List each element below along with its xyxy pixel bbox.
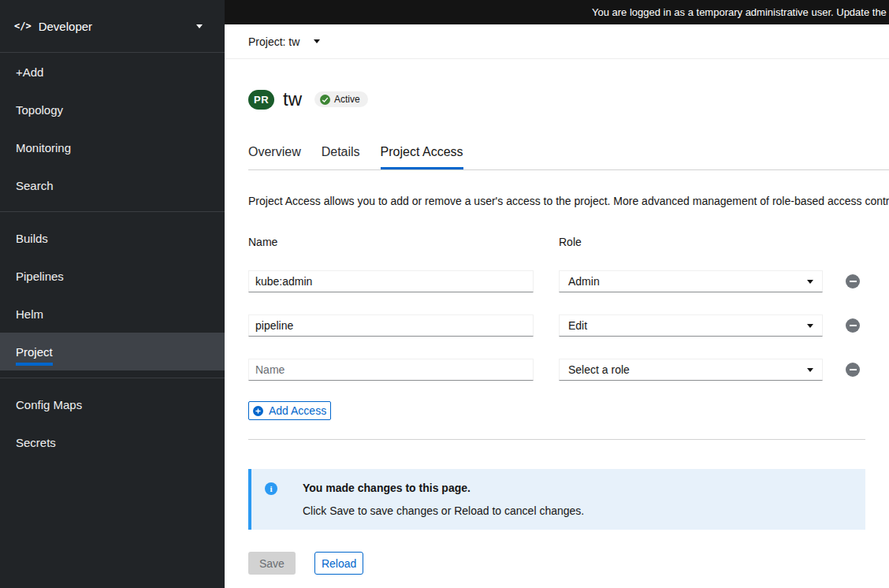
name-input[interactable] bbox=[248, 359, 534, 381]
check-circle-icon bbox=[320, 95, 330, 105]
tab-bar: Overview Details Project Access bbox=[248, 145, 889, 170]
alert-title: You made changes to this page. bbox=[303, 482, 584, 494]
remove-access-button[interactable] bbox=[846, 318, 860, 333]
role-select[interactable]: Edit bbox=[559, 314, 823, 337]
name-input[interactable] bbox=[248, 270, 534, 292]
status-badge: Active bbox=[314, 91, 368, 107]
minus-icon bbox=[850, 281, 857, 282]
alert-body: You made changes to this page. Click Sav… bbox=[303, 482, 584, 517]
page-header: PR tw Active bbox=[248, 88, 889, 110]
sidebar-item-project[interactable]: Project bbox=[0, 333, 225, 370]
code-icon: </> bbox=[14, 20, 32, 32]
name-column-label: Name bbox=[248, 236, 559, 248]
role-select[interactable]: Admin bbox=[559, 270, 823, 292]
main-area: You are logged in as a temporary adminis… bbox=[225, 0, 889, 588]
sidebar: </> Developer +Add Topology Monitoring S… bbox=[0, 0, 225, 588]
section-divider bbox=[248, 439, 865, 440]
access-row: Select a role bbox=[248, 359, 889, 381]
perspective-label: Developer bbox=[39, 20, 92, 33]
project-access-description: Project Access allows you to add or remo… bbox=[248, 195, 889, 207]
project-resource-badge: PR bbox=[248, 90, 274, 110]
sidebar-item-add[interactable]: +Add bbox=[0, 53, 225, 91]
nav-divider bbox=[0, 378, 225, 378]
nav-divider bbox=[0, 211, 225, 212]
status-label: Active bbox=[334, 94, 360, 105]
sidebar-item-monitoring[interactable]: Monitoring bbox=[0, 128, 225, 166]
chevron-down-icon bbox=[196, 24, 203, 28]
info-icon: i bbox=[265, 482, 277, 495]
access-row: Edit bbox=[248, 314, 889, 337]
remove-access-button[interactable] bbox=[846, 274, 860, 288]
sidebar-item-secrets[interactable]: Secrets bbox=[0, 423, 225, 461]
caret-down-icon bbox=[807, 324, 813, 328]
add-access-button[interactable]: Add Access bbox=[248, 401, 331, 420]
page-content: PR tw Active Overview Details Project Ac… bbox=[225, 59, 889, 584]
tab-project-access[interactable]: Project Access bbox=[381, 145, 463, 169]
minus-icon bbox=[850, 369, 857, 370]
sidebar-item-config-maps[interactable]: Config Maps bbox=[0, 385, 225, 423]
perspective-switcher[interactable]: </> Developer bbox=[0, 0, 225, 53]
project-bar: Project: tw bbox=[225, 24, 889, 59]
page-title: tw bbox=[283, 88, 302, 110]
role-select[interactable]: Select a role bbox=[559, 359, 823, 381]
alert-description: Click Save to save changes or Reload to … bbox=[303, 504, 584, 517]
role-select-value: Edit bbox=[568, 319, 587, 332]
minus-icon bbox=[850, 325, 857, 326]
plus-circle-icon bbox=[253, 406, 263, 416]
caret-down-icon bbox=[314, 39, 320, 43]
login-notice-banner: You are logged in as a temporary adminis… bbox=[225, 0, 889, 24]
project-selector[interactable]: Project: tw bbox=[248, 35, 320, 48]
sidebar-item-builds[interactable]: Builds bbox=[0, 219, 225, 257]
access-row: Admin bbox=[248, 270, 889, 292]
role-select-value: Select a role bbox=[568, 363, 630, 376]
form-actions: Save Reload bbox=[248, 552, 889, 584]
role-select-value: Admin bbox=[568, 275, 600, 288]
add-access-label: Add Access bbox=[269, 404, 326, 417]
remove-access-button[interactable] bbox=[846, 363, 860, 377]
save-button[interactable]: Save bbox=[248, 552, 296, 575]
caret-down-icon bbox=[807, 280, 813, 284]
banner-message: You are logged in as a temporary adminis… bbox=[592, 6, 889, 18]
tab-details[interactable]: Details bbox=[322, 145, 360, 169]
reload-button[interactable]: Reload bbox=[314, 552, 363, 575]
sidebar-nav: +Add Topology Monitoring Search Builds P… bbox=[0, 53, 225, 461]
sidebar-item-helm[interactable]: Helm bbox=[0, 295, 225, 333]
name-input[interactable] bbox=[248, 314, 534, 337]
sidebar-item-topology[interactable]: Topology bbox=[0, 91, 225, 128]
access-form-header: Name Role bbox=[248, 236, 889, 248]
sidebar-item-search[interactable]: Search bbox=[0, 166, 225, 204]
project-selector-label: Project: tw bbox=[248, 35, 299, 48]
sidebar-item-pipelines[interactable]: Pipelines bbox=[0, 257, 225, 295]
role-column-label: Role bbox=[559, 236, 582, 248]
caret-down-icon bbox=[807, 368, 813, 372]
tab-overview[interactable]: Overview bbox=[248, 145, 301, 169]
info-alert: i You made changes to this page. Click S… bbox=[248, 469, 865, 530]
